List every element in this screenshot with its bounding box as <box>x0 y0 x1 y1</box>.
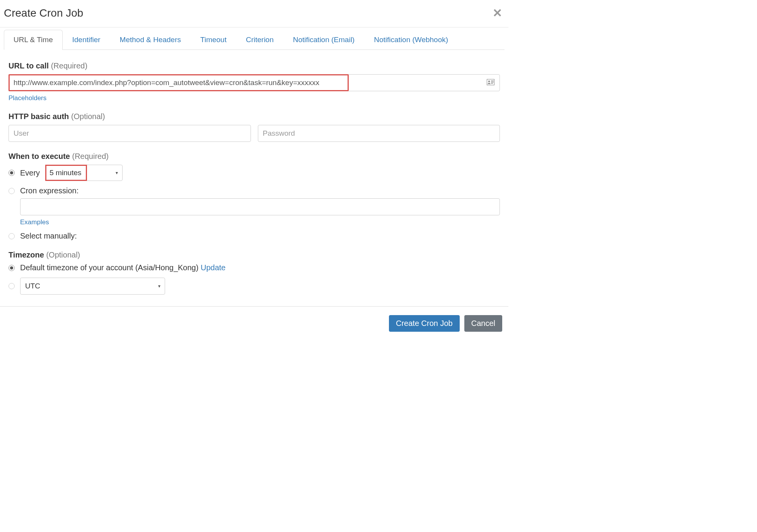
auth-password-input[interactable] <box>258 125 500 142</box>
manual-row: Select manually: <box>9 232 500 240</box>
timezone-label: Timezone (Optional) <box>9 251 500 259</box>
modal-body: URL to call (Required) Placeholders HTTP… <box>0 50 508 306</box>
cron-body: Cron expression: Examples <box>20 186 500 226</box>
auth-label: HTTP basic auth (Optional) <box>9 112 500 121</box>
placeholders-link[interactable]: Placeholders <box>9 94 46 102</box>
url-label-text: URL to call <box>9 61 49 70</box>
every-label: Every <box>20 169 40 177</box>
execute-group: When to execute (Required) Every 5 minut… <box>9 152 500 240</box>
execute-required-text: (Required) <box>72 152 108 160</box>
cron-expression-input[interactable] <box>20 198 500 215</box>
svg-rect-4 <box>491 83 493 84</box>
default-tz-value: Asia/Hong_Kong <box>138 263 196 272</box>
every-row: Every 5 minutes ▾ <box>9 165 500 181</box>
default-tz-suffix: ) <box>196 263 201 272</box>
custom-tz-row: UTC ▾ <box>9 278 500 295</box>
auth-user-input[interactable] <box>9 125 251 142</box>
custom-tz-radio[interactable] <box>9 283 15 289</box>
auth-optional-text: (Optional) <box>71 112 105 121</box>
auth-label-text: HTTP basic auth <box>9 112 69 121</box>
tz-select-wrap: UTC ▾ <box>20 278 165 295</box>
svg-point-1 <box>488 80 490 82</box>
interval-value: 5 minutes <box>49 169 81 177</box>
url-input-row <box>9 74 500 91</box>
update-timezone-link[interactable]: Update <box>201 263 226 272</box>
timezone-select-value: UTC <box>25 282 40 290</box>
timezone-select[interactable]: UTC <box>20 278 165 295</box>
interval-select-wrap: 5 minutes ▾ <box>45 165 123 181</box>
tab-criterion[interactable]: Criterion <box>236 30 283 50</box>
cron-row: Cron expression: Examples <box>9 186 500 226</box>
tab-method-headers[interactable]: Method & Headers <box>110 30 191 50</box>
cancel-button[interactable]: Cancel <box>464 315 502 332</box>
examples-link[interactable]: Examples <box>20 218 49 226</box>
modal-footer: Create Cron Job Cancel <box>0 306 508 336</box>
create-cron-job-modal: Create Cron Job ✕ URL & Time Identifier … <box>0 0 508 336</box>
tab-timeout[interactable]: Timeout <box>191 30 236 50</box>
execute-label: When to execute (Required) <box>9 152 500 161</box>
tab-notification-webhook[interactable]: Notification (Webhook) <box>364 30 458 50</box>
tabs: URL & Time Identifier Method & Headers T… <box>4 27 505 50</box>
url-required-text: (Required) <box>51 61 87 70</box>
url-label: URL to call (Required) <box>9 61 500 70</box>
execute-label-text: When to execute <box>9 152 70 160</box>
manual-radio[interactable] <box>9 233 15 239</box>
timezone-group: Timezone (Optional) Default timezone of … <box>9 251 500 295</box>
timezone-optional-text: (Optional) <box>46 251 80 259</box>
tab-notification-email[interactable]: Notification (Email) <box>283 30 364 50</box>
every-radio[interactable] <box>9 170 15 176</box>
url-input[interactable] <box>9 74 500 91</box>
default-tz-label: Default timezone of your account (Asia/H… <box>20 263 225 272</box>
default-tz-row: Default timezone of your account (Asia/H… <box>9 263 500 272</box>
auth-group: HTTP basic auth (Optional) <box>9 112 500 142</box>
svg-rect-2 <box>491 81 494 82</box>
tab-identifier[interactable]: Identifier <box>63 30 110 50</box>
close-icon[interactable]: ✕ <box>493 7 502 19</box>
contact-card-icon[interactable] <box>487 78 494 87</box>
modal-header: Create Cron Job ✕ <box>0 0 508 27</box>
create-cron-job-button[interactable]: Create Cron Job <box>389 315 460 332</box>
timezone-label-text: Timezone <box>9 251 44 259</box>
default-tz-radio[interactable] <box>9 265 15 271</box>
url-group: URL to call (Required) Placeholders <box>9 61 500 102</box>
interval-select[interactable]: 5 minutes <box>45 165 123 181</box>
cron-radio[interactable] <box>9 188 15 194</box>
svg-rect-3 <box>491 82 494 83</box>
manual-label: Select manually: <box>20 232 77 240</box>
cron-label: Cron expression: <box>20 186 500 195</box>
modal-title: Create Cron Job <box>4 7 83 19</box>
auth-row <box>9 125 500 142</box>
default-tz-prefix: Default timezone of your account ( <box>20 263 138 272</box>
tab-url-time[interactable]: URL & Time <box>4 30 63 50</box>
